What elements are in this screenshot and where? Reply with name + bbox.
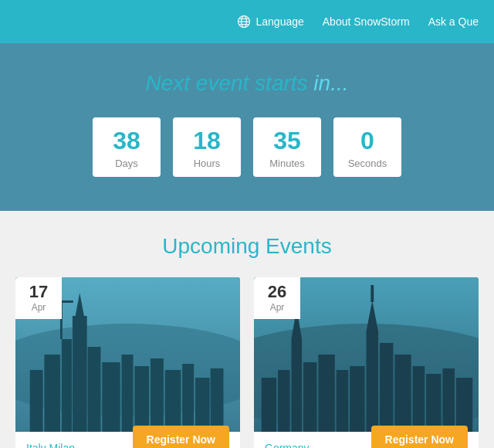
svg-rect-16 xyxy=(134,366,149,432)
svg-rect-38 xyxy=(380,343,393,432)
countdown-title-italic: in... xyxy=(313,71,348,95)
ask-link[interactable]: Ask a Que xyxy=(428,15,479,28)
event-city-1: Italy Milan xyxy=(26,442,75,448)
countdown-title: Next event starts in... xyxy=(15,71,479,96)
svg-rect-39 xyxy=(394,355,411,432)
about-link[interactable]: About SnowStorm xyxy=(323,15,410,28)
event-date-badge-1: 17 Apr xyxy=(15,277,62,319)
svg-rect-37 xyxy=(370,285,374,302)
svg-rect-11 xyxy=(73,316,87,432)
event-card-1: 17 Apr xyxy=(15,277,240,448)
svg-rect-27 xyxy=(278,370,290,432)
event-city-2: Germany xyxy=(265,442,310,448)
event-month-1: Apr xyxy=(25,302,52,313)
header: Language About SnowStorm Ask a Que xyxy=(0,0,494,43)
event-date-badge-2: 26 Apr xyxy=(254,277,300,319)
events-grid: 17 Apr xyxy=(15,277,479,448)
event-card-2: 26 Apr xyxy=(254,277,479,448)
svg-rect-42 xyxy=(442,368,455,432)
svg-rect-40 xyxy=(413,366,425,432)
event-month-2: Apr xyxy=(263,302,291,313)
countdown-hours-label: Hours xyxy=(181,158,233,169)
countdown-days-value: 38 xyxy=(100,128,153,153)
event-day-1: 17 xyxy=(25,283,52,300)
svg-rect-17 xyxy=(151,358,164,432)
svg-rect-18 xyxy=(165,370,181,432)
header-nav: Language About SnowStorm Ask a Que xyxy=(237,15,479,29)
countdown-section: Next event starts in... 38 Days 18 Hours… xyxy=(0,43,494,211)
countdown-box-hours: 18 Hours xyxy=(173,117,241,177)
svg-rect-21 xyxy=(211,368,224,432)
svg-rect-31 xyxy=(303,362,316,432)
svg-rect-19 xyxy=(182,364,194,432)
language-selector[interactable]: Language xyxy=(237,15,303,29)
svg-rect-9 xyxy=(44,355,60,432)
countdown-days-label: Days xyxy=(100,158,153,169)
svg-rect-43 xyxy=(456,378,472,432)
svg-rect-13 xyxy=(88,347,101,432)
countdown-hours-value: 18 xyxy=(181,128,233,153)
upcoming-title: Upcoming Events xyxy=(15,234,479,259)
countdown-seconds-value: 0 xyxy=(341,128,394,153)
svg-rect-15 xyxy=(122,355,134,432)
svg-rect-10 xyxy=(62,339,72,432)
countdown-boxes: 38 Days 18 Hours 35 Minutes 0 Seconds xyxy=(15,117,479,177)
register-button-1[interactable]: Register Now xyxy=(133,426,229,448)
event-day-2: 26 xyxy=(263,283,291,300)
countdown-minutes-label: Minutes xyxy=(261,158,313,169)
svg-rect-41 xyxy=(426,374,441,432)
countdown-box-minutes: 35 Minutes xyxy=(253,117,321,177)
svg-rect-33 xyxy=(337,370,349,432)
globe-icon xyxy=(237,15,251,29)
countdown-box-days: 38 Days xyxy=(93,117,161,177)
countdown-title-main: Next event starts xyxy=(145,71,313,95)
language-label: Language xyxy=(255,15,303,28)
svg-rect-14 xyxy=(102,362,120,432)
countdown-seconds-label: Seconds xyxy=(341,158,394,169)
svg-rect-35 xyxy=(367,331,379,432)
register-button-2[interactable]: Register Now xyxy=(371,426,468,448)
svg-rect-8 xyxy=(30,370,43,432)
countdown-box-seconds: 0 Seconds xyxy=(333,117,401,177)
svg-rect-20 xyxy=(195,378,210,432)
svg-rect-34 xyxy=(350,366,364,432)
svg-rect-26 xyxy=(262,378,276,432)
svg-rect-28 xyxy=(292,339,303,432)
svg-rect-32 xyxy=(318,355,334,432)
countdown-minutes-value: 35 xyxy=(261,128,313,153)
upcoming-section: Upcoming Events 17 Apr xyxy=(0,211,494,448)
